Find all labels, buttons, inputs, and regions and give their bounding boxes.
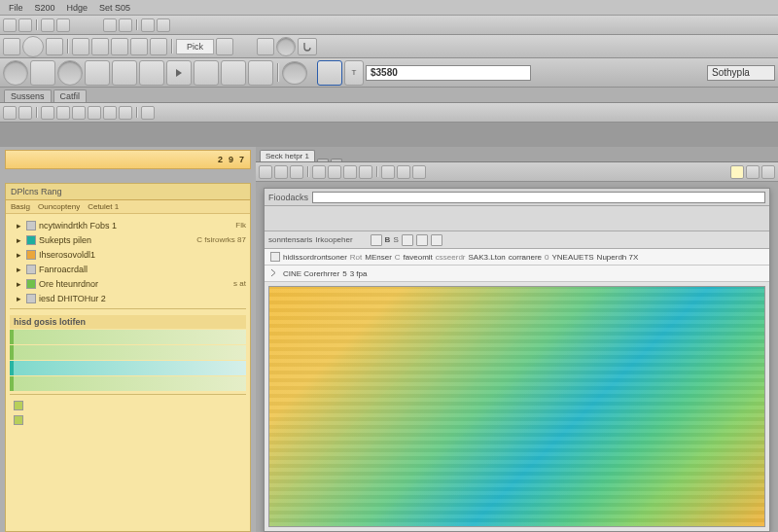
tree-sub-3[interactable]: Cetulet 1 (88, 202, 119, 211)
tb1-btn-6[interactable] (119, 18, 132, 32)
tb2-btn-5[interactable] (111, 38, 128, 55)
main-knob-2[interactable] (57, 60, 83, 86)
main-btn-1[interactable] (30, 60, 55, 86)
rtb-btn-1[interactable] (259, 165, 272, 179)
tab-1[interactable]: Sussens (4, 89, 52, 102)
expand-icon[interactable]: ▸ (14, 221, 23, 231)
sec-btn-1[interactable] (3, 106, 17, 120)
doc-tool-2[interactable]: Irkoopeher (315, 235, 352, 244)
doc-canvas[interactable] (268, 286, 765, 527)
checkbox-icon[interactable] (270, 252, 280, 262)
tb2-btn-6[interactable] (130, 38, 148, 55)
rtb-btn-7[interactable] (359, 165, 372, 179)
tb2-btn-3[interactable] (72, 38, 89, 55)
main-knob-3[interactable] (282, 61, 307, 85)
tb1-btn-2[interactable] (18, 18, 32, 32)
rtb-btn-8[interactable] (381, 165, 395, 179)
pack-label[interactable]: Pick (176, 39, 214, 54)
sec-btn-9[interactable] (141, 106, 155, 120)
tb2-knob[interactable] (22, 36, 44, 57)
sec-btn-2[interactable] (18, 106, 32, 120)
rtb-btn-6[interactable] (343, 165, 357, 179)
tree-block[interactable] (10, 345, 246, 360)
doc-mini-2[interactable] (402, 234, 413, 246)
tree-row[interactable]: ▸ iesd DHITOHur 2 (10, 291, 246, 305)
main-btn-t[interactable]: T (344, 60, 364, 86)
expand-icon[interactable]: ▸ (14, 235, 23, 245)
tb2-knob-2[interactable] (276, 37, 296, 56)
main-btn-5[interactable] (221, 60, 246, 86)
tree-block[interactable] (10, 376, 246, 391)
sec-btn-5[interactable] (72, 106, 86, 120)
collapse-icon[interactable] (270, 268, 280, 278)
tree-row[interactable] (10, 398, 246, 412)
triangle-right-icon[interactable] (166, 60, 192, 86)
right-mini-field[interactable]: Sothypla (707, 65, 775, 81)
rtb-btn-yellow[interactable] (730, 165, 744, 179)
tree-sub-2[interactable]: Ouncopteny (38, 202, 80, 211)
doc-tool-1[interactable]: sonntensaris (268, 235, 312, 244)
menu-item-4[interactable]: Set S05 (96, 3, 133, 13)
expand-icon[interactable]: ▸ (14, 294, 23, 303)
tb1-btn-3[interactable] (41, 18, 54, 32)
main-btn-3[interactable] (139, 60, 164, 86)
bold-icon[interactable]: B (385, 235, 391, 244)
main-btn-6[interactable] (248, 60, 273, 86)
tree-group-header[interactable]: hisd gosis lotifen (10, 315, 246, 329)
rtb-btn-4[interactable] (312, 165, 326, 179)
sec-btn-4[interactable] (56, 106, 70, 120)
tree-block[interactable] (10, 330, 246, 344)
tb1-btn-8[interactable] (157, 18, 170, 32)
rtb-btn-10[interactable] (412, 165, 426, 179)
rtb-btn-9[interactable] (397, 165, 410, 179)
doc-title-field[interactable] (312, 192, 765, 203)
tb2-btn-1[interactable] (3, 38, 20, 55)
expand-icon[interactable]: ▸ (14, 265, 23, 274)
main-btn-white[interactable] (112, 60, 137, 86)
sec-btn-6[interactable] (88, 106, 101, 120)
main-knob-1[interactable] (3, 60, 28, 86)
right-tab-1[interactable]: Seck hetpr 1 (260, 150, 315, 161)
numeric-readout[interactable]: $3580 (366, 65, 531, 81)
sec-btn-8[interactable] (119, 106, 132, 120)
menu-item-2[interactable]: S200 (32, 3, 58, 13)
tree-row[interactable]: ▸ Sukepts pilen C fsirowrks 87 (10, 232, 246, 247)
tree-row[interactable]: ▸ Fanroacrdall (10, 262, 246, 276)
tb1-btn-7[interactable] (141, 18, 155, 32)
right-tab-3[interactable] (331, 159, 342, 161)
rtb-btn-5[interactable] (328, 165, 341, 179)
expand-icon[interactable]: ▸ (14, 279, 23, 289)
doc-mini-1[interactable] (371, 234, 382, 246)
tree-row[interactable]: ▸ Ihserosovoldl1 (10, 247, 246, 262)
tb1-btn-5[interactable] (103, 18, 117, 32)
tree-block[interactable] (10, 361, 246, 375)
menu-file[interactable]: File (6, 3, 26, 13)
tb2-btn-9[interactable] (257, 38, 274, 55)
sec-btn-3[interactable] (41, 106, 54, 120)
tb1-btn-4[interactable] (56, 18, 70, 32)
rtb-btn-2[interactable] (274, 165, 288, 179)
tb2-btn-8[interactable] (216, 38, 233, 55)
tab-2[interactable]: Catfil (53, 89, 88, 102)
rtb-btn-3[interactable] (290, 165, 303, 179)
main-btn-4[interactable] (194, 60, 219, 86)
tb2-hook-icon[interactable] (298, 38, 317, 55)
sec-btn-7[interactable] (103, 106, 117, 120)
tree-row[interactable]: ▸ Ore hteunrdnor s at (10, 276, 246, 291)
right-tab-2[interactable] (317, 159, 329, 161)
tree-sub-1[interactable]: Basig (11, 202, 30, 211)
tb1-btn-1[interactable] (3, 18, 17, 32)
tb2-btn-7[interactable] (150, 38, 167, 55)
rtb-btn-12[interactable] (761, 165, 775, 179)
main-btn-2[interactable] (85, 60, 110, 86)
menu-item-3[interactable]: Hdge (64, 3, 91, 13)
tree-row[interactable]: ▸ ncytwindrtkh Fobs 1 Flk (10, 218, 246, 232)
doc-tool-s[interactable]: S (393, 235, 398, 244)
rtb-btn-11[interactable] (746, 165, 760, 179)
tree-row[interactable] (10, 412, 246, 427)
tb2-btn-4[interactable] (91, 38, 109, 55)
expand-icon[interactable]: ▸ (14, 250, 23, 260)
doc-mini-3[interactable] (416, 234, 428, 246)
doc-mini-4[interactable] (431, 234, 442, 246)
blue-tile-icon[interactable] (317, 60, 342, 86)
